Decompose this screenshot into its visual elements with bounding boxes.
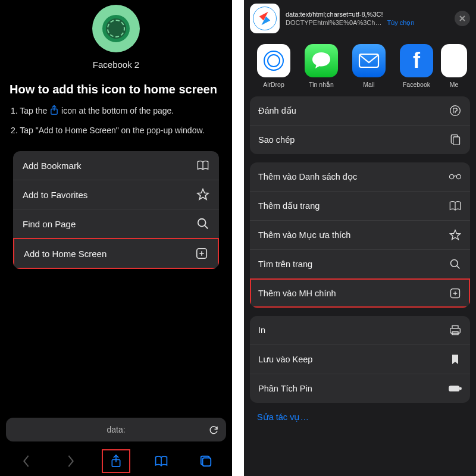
battery-icon [449,382,462,395]
airdrop-app[interactable]: AirDrop [255,44,293,88]
actions-section-3: In Lưu vào Keep Phân Tích Pin [250,316,470,403]
app-header: Facebook 2 [0,0,232,70]
bookmark-badge-icon [449,104,462,117]
share-apps-row: AirDrop Tin nhắn Mail f Facebook Me [244,42,476,96]
safari-icon [250,4,280,33]
tabs-button[interactable] [192,449,220,473]
reading-list-item[interactable]: Thêm vào Danh sách đọc [250,162,470,191]
book-icon [449,199,462,212]
close-button[interactable] [455,11,470,26]
url-bar[interactable]: data: [6,418,226,441]
plus-square-icon [195,247,208,260]
airdrop-icon [257,44,290,77]
book-icon [196,159,209,172]
search-icon [449,258,462,271]
reload-icon[interactable] [208,424,219,435]
keep-label: Lưu vào Keep [258,355,312,364]
partial-icon [441,44,467,77]
url-text: data: [107,425,125,434]
step-1: 1. Tap the icon at the bottom of the pag… [11,105,221,117]
print-item[interactable]: In [250,316,470,345]
add-favorites-label: Add to Favorites [23,190,87,200]
search-icon [196,217,209,230]
bookmark-item[interactable]: Đánh dấu [250,96,470,125]
page-title: How to add this icon to home screen [10,83,223,96]
glasses-icon [449,170,462,183]
options-link[interactable]: Tùy chọn [387,19,414,26]
airdrop-label: AirDrop [263,81,284,88]
browser-toolbar [0,446,232,476]
star-icon [196,188,209,201]
share-menu-group: Add Bookmark Add to Favorites Find on Pa… [13,151,219,269]
find-on-page-item[interactable]: Tìm trên trang [250,249,470,278]
copy-item[interactable]: Sao chép [250,125,470,154]
app-name: Facebook 2 [93,60,139,70]
add-bookmark-item[interactable]: Thêm dấu trang [250,191,470,220]
messenger-app[interactable]: Me [445,44,463,88]
actions-section-2: Thêm vào Danh sách đọc Thêm dấu trang Th… [250,162,470,308]
print-label: In [258,325,265,335]
header-line2: DOCTYPEhtml%3E%0A%3Ch… [286,19,381,26]
find-on-page-label: Tìm trên trang [258,259,312,269]
phone-right: data:text/html;charset=utf-8,%3C! DOCTYP… [244,0,476,476]
messages-icon [305,44,338,77]
mail-app[interactable]: Mail [350,44,388,88]
header-line1: data:text/html;charset=utf-8,%3C! [286,10,415,18]
bookmarks-button[interactable] [147,449,176,473]
facebook-app[interactable]: f Facebook [397,44,436,88]
svg-rect-12 [450,328,461,333]
plus-square-icon [449,287,462,300]
add-to-home-screen-label: Add to Home Screen [24,249,107,259]
svg-rect-4 [203,458,211,466]
svg-point-9 [456,174,461,178]
bookmark-solid-icon [449,353,462,366]
save-to-keep-item[interactable]: Lưu vào Keep [250,345,470,374]
copy-icon [449,133,462,146]
edit-actions-link[interactable]: Sửa tác vụ… [244,411,476,428]
copy-label: Sao chép [258,135,295,145]
share-sheet-header: data:text/html;charset=utf-8,%3C! DOCTYP… [244,0,476,42]
pin-label: Phân Tích Pin [258,384,312,393]
mail-icon [352,44,386,77]
battery-analysis-item[interactable]: Phân Tích Pin [250,374,470,403]
share-sheet-title: data:text/html;charset=utf-8,%3C! DOCTYP… [286,10,415,27]
mail-label: Mail [363,81,374,88]
back-button[interactable] [12,449,40,473]
app-icon [92,5,140,52]
messages-app[interactable]: Tin nhắn [302,44,340,88]
add-bookmark-label: Thêm dấu trang [258,201,320,211]
messages-label: Tin nhắn [309,81,334,88]
phone-left: Facebook 2 How to add this icon to home … [0,0,232,476]
reading-list-label: Thêm vào Danh sách đọc [258,172,357,181]
svg-point-8 [449,174,453,178]
share-icon [49,105,59,115]
svg-rect-13 [452,326,458,328]
facebook-icon: f [400,44,433,77]
step-2: 2. Tap "Add to Home Screen" on the pop-u… [11,124,221,137]
svg-rect-16 [460,387,462,389]
add-favorites-item[interactable]: Add to Favorites [13,180,219,209]
add-bookmark-label: Add Bookmark [23,161,81,171]
svg-rect-15 [449,386,459,391]
forward-button[interactable] [57,449,85,473]
svg-rect-5 [359,54,378,67]
find-on-page-label: Find on Page [23,219,76,229]
favorites-label: Thêm vào Mục ưa thích [258,230,350,240]
share-button[interactable] [102,449,130,473]
favorites-item[interactable]: Thêm vào Mục ưa thích [250,220,470,249]
svg-point-6 [450,106,461,116]
step1-part2: icon at the bottom of the page. [61,106,174,115]
printer-icon [449,324,462,337]
bookmark-label: Đánh dấu [258,106,296,115]
star-icon [449,228,462,242]
add-to-home-screen-item[interactable]: Add to Home Screen [13,238,219,269]
find-on-page-item[interactable]: Find on Page [13,209,219,238]
svg-point-1 [198,219,206,227]
svg-rect-7 [453,137,460,145]
step1-part1: 1. Tap the [11,106,47,115]
add-bookmark-item[interactable]: Add Bookmark [13,151,219,180]
svg-point-10 [451,260,458,267]
facebook-label: Facebook [403,81,430,88]
add-to-home-screen-item[interactable]: Thêm vào MH chính [250,278,470,308]
actions-section-1: Đánh dấu Sao chép [250,96,470,154]
